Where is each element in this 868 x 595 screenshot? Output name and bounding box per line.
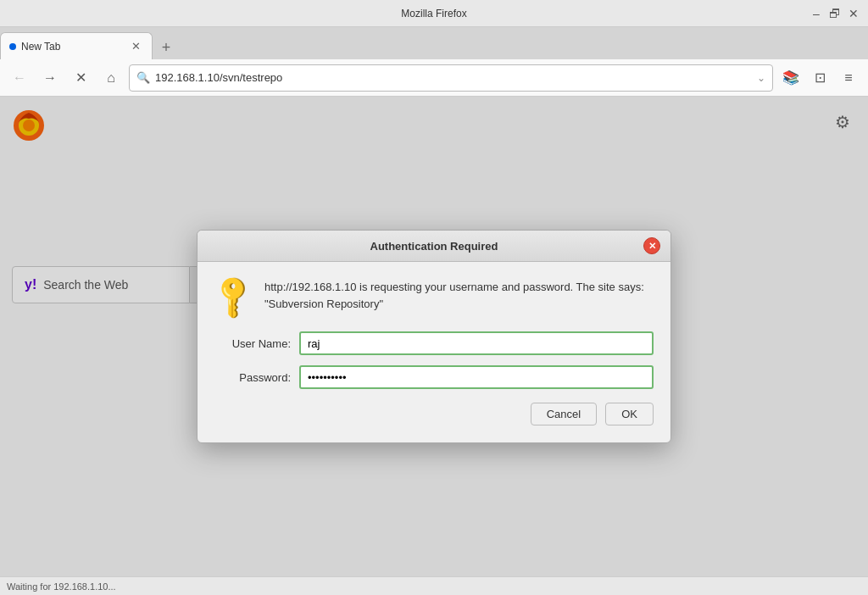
password-label: Password: xyxy=(214,371,299,384)
dialog-title-bar: Authentication Required ✕ xyxy=(198,231,670,262)
title-bar: Mozilla Firefox – 🗗 ✕ xyxy=(0,0,868,27)
username-input[interactable] xyxy=(299,331,654,355)
ok-button[interactable]: OK xyxy=(605,403,654,425)
key-icon: 🔑 xyxy=(208,270,260,323)
dialog-message: http://192.168.1.10 is requesting your u… xyxy=(264,279,654,312)
window-controls: – 🗗 ✕ xyxy=(809,6,861,21)
address-dropdown-arrow: ⌄ xyxy=(757,72,765,84)
username-label: User Name: xyxy=(214,337,299,350)
dialog-info: 🔑 http://192.168.1.10 is requesting your… xyxy=(214,279,654,314)
back-button[interactable]: ← xyxy=(7,65,32,91)
window-title: Mozilla Firefox xyxy=(401,8,466,19)
close-button[interactable]: ✕ xyxy=(846,6,861,21)
active-tab[interactable]: New Tab ✕ xyxy=(0,32,153,59)
cancel-button[interactable]: Cancel xyxy=(531,403,597,425)
status-text: Waiting for 192.168.1.10... xyxy=(7,581,116,592)
bookmarks-button[interactable]: 📚 xyxy=(778,65,804,91)
auth-dialog: Authentication Required ✕ 🔑 http://192.1… xyxy=(197,230,671,443)
menu-button[interactable]: ≡ xyxy=(836,65,861,91)
reader-view-button[interactable]: ⊡ xyxy=(807,65,832,91)
dialog-buttons: Cancel OK xyxy=(214,403,654,425)
bookmarks-icon: 📚 xyxy=(782,70,799,86)
password-input[interactable] xyxy=(299,365,654,389)
main-content: ⚙ y! Search the Web → Authentication Req… xyxy=(0,97,868,576)
dialog-body: 🔑 http://192.168.1.10 is requesting your… xyxy=(198,262,670,442)
status-bar: Waiting for 192.168.1.10... xyxy=(0,576,868,595)
password-row: Password: xyxy=(214,365,654,389)
address-search-icon: 🔍 xyxy=(136,71,150,84)
toolbar-right-buttons: 📚 ⊡ ≡ xyxy=(778,65,861,91)
modal-overlay: Authentication Required ✕ 🔑 http://192.1… xyxy=(0,97,868,576)
forward-button[interactable]: → xyxy=(37,65,63,91)
dialog-close-button[interactable]: ✕ xyxy=(643,237,660,254)
maximize-button[interactable]: 🗗 xyxy=(827,6,843,21)
reload-stop-button[interactable]: ✕ xyxy=(68,65,93,91)
minimize-button[interactable]: – xyxy=(809,6,824,21)
toolbar: ← → ✕ ⌂ 🔍 ⌄ 📚 ⊡ ≡ xyxy=(0,59,868,97)
new-tab-button[interactable]: + xyxy=(153,36,180,59)
home-button[interactable]: ⌂ xyxy=(98,65,124,91)
tab-dot xyxy=(9,43,16,50)
address-bar[interactable]: 🔍 ⌄ xyxy=(129,64,773,92)
username-row: User Name: xyxy=(214,331,654,355)
address-input[interactable] xyxy=(155,71,752,84)
menu-icon: ≡ xyxy=(844,70,852,86)
tab-label: New Tab xyxy=(21,41,123,53)
reader-icon: ⊡ xyxy=(815,70,826,86)
dialog-title: Authentication Required xyxy=(225,240,643,253)
tab-close-button[interactable]: ✕ xyxy=(128,39,143,54)
tab-bar: New Tab ✕ + xyxy=(0,27,868,59)
